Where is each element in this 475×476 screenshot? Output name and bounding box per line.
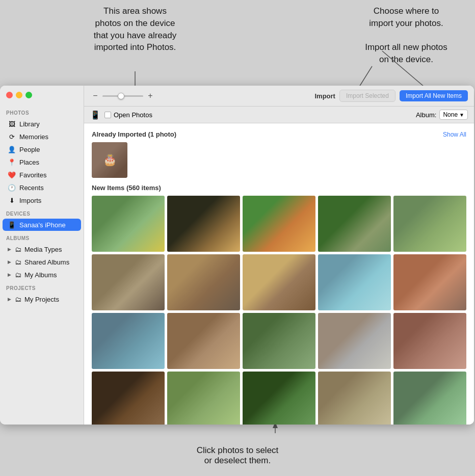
imports-icon: ⬇ <box>8 196 16 204</box>
photo-item[interactable] <box>393 254 466 310</box>
sidebar-item-places[interactable]: 📍 Places <box>3 156 81 168</box>
expander-arrow: ▶ <box>8 259 11 265</box>
section-label-albums: Albums <box>0 231 84 243</box>
photo-item[interactable] <box>243 313 315 369</box>
sidebar-item-memories[interactable]: ⟳ Memories <box>3 130 81 143</box>
already-imported-header: Already Imported (1 photo) Show All <box>92 130 466 138</box>
places-icon: 📍 <box>8 158 16 166</box>
sidebar-item-my-projects[interactable]: ▶ 🗂 My Projects <box>3 293 81 305</box>
photo-item[interactable] <box>243 372 315 425</box>
sidebar-item-recents[interactable]: 🕐 Recents <box>3 181 81 194</box>
annotation-select-photos: Click photos to select or deselect them. <box>197 445 279 466</box>
people-icon: 👤 <box>8 145 16 153</box>
already-imported-title: Already Imported (1 photo) <box>92 130 176 138</box>
new-items-title: New Items (560 items) <box>92 184 161 192</box>
open-photos-label: Open Photos <box>114 111 152 119</box>
close-button[interactable] <box>6 92 13 98</box>
photo-item[interactable] <box>318 313 391 369</box>
folder-icon: 🗂 <box>14 245 22 253</box>
maximize-button[interactable] <box>25 92 32 98</box>
photo-item[interactable] <box>167 196 240 252</box>
album-label: Album: <box>416 111 436 119</box>
photo-item[interactable] <box>92 254 165 310</box>
photo-item[interactable] <box>243 254 315 310</box>
album-selector: Album: None ▼ <box>416 110 468 120</box>
sidebar-item-media-types[interactable]: ▶ 🗂 Media Types <box>3 243 81 255</box>
show-all-link[interactable]: Show All <box>443 131 466 138</box>
photo-item[interactable] <box>167 372 240 425</box>
open-photos-option: Open Photos <box>104 111 152 119</box>
folder-icon: 🗂 <box>14 271 22 279</box>
recents-icon: 🕐 <box>8 183 16 192</box>
open-photos-checkbox[interactable] <box>104 112 111 118</box>
device-small-icon: 📱 <box>90 110 100 120</box>
sidebar-item-favorites[interactable]: ❤️ Favorites <box>3 169 81 181</box>
toolbar-right: Import Selected Import All New Items <box>339 90 468 102</box>
photo-item[interactable] <box>92 313 165 369</box>
app-window: Photos 🖼 Library ⟳ Memories 👤 People 📍 P… <box>0 86 474 425</box>
sidebar-item-my-albums[interactable]: ▶ 🗂 My Albums <box>3 269 81 281</box>
album-dropdown[interactable]: None ▼ <box>439 110 468 120</box>
photo-item[interactable] <box>393 313 466 369</box>
sidebar-item-label: My Projects <box>24 296 59 303</box>
album-value: None <box>443 111 458 118</box>
photo-item[interactable] <box>393 196 466 252</box>
window-controls <box>6 92 32 98</box>
annotation-import-instructions: Choose where to import your photos. Impo… <box>353 5 460 66</box>
sidebar-item-imports[interactable]: ⬇ Imports <box>3 194 81 206</box>
section-label-devices: Devices <box>0 207 84 218</box>
photo-item[interactable] <box>167 254 240 310</box>
sidebar-item-label: Recents <box>19 184 44 192</box>
sidebar-item-people[interactable]: 👤 People <box>3 143 81 155</box>
photo-item[interactable] <box>92 196 165 252</box>
sidebar-item-label-shared: Shared Albums <box>24 258 69 266</box>
sidebar-item-label: My Albums <box>24 271 57 279</box>
sidebar-item-label: Library <box>19 120 40 128</box>
sidebar-item-label: Imports <box>19 197 41 204</box>
import-selected-button[interactable]: Import Selected <box>339 90 395 102</box>
photo-area[interactable]: Already Imported (1 photo) Show All New … <box>84 123 474 425</box>
photo-item[interactable] <box>167 313 240 369</box>
already-imported-photo[interactable] <box>92 142 127 178</box>
sidebar-item-iphone[interactable]: 📱 Sanaa's iPhone <box>3 219 81 231</box>
folder-icon: 🗂 <box>14 295 22 303</box>
expander-arrow: ▶ <box>8 247 11 252</box>
sidebar-item-label: Favorites <box>19 171 46 179</box>
annotation-imported-photos: This area shows photos on the device tha… <box>79 5 191 54</box>
import-bar: 📱 Open Photos Album: None ▼ <box>84 107 474 123</box>
sidebar-item-label: Places <box>19 158 39 166</box>
photo-item[interactable] <box>393 372 466 425</box>
sidebar-item-label: Sanaa's iPhone <box>19 221 66 229</box>
photo-item[interactable] <box>318 254 391 310</box>
section-label-projects: Projects <box>0 281 84 293</box>
sidebar-item-label: Media Types <box>24 246 62 253</box>
sidebar-item-library[interactable]: 🖼 Library <box>3 118 81 130</box>
sidebar: Photos 🖼 Library ⟳ Memories 👤 People 📍 P… <box>0 86 84 425</box>
library-icon: 🖼 <box>8 120 16 128</box>
sidebar-item-shared-albums[interactable]: ▶ 🗂 This area shows photos on the device… <box>3 256 81 268</box>
photo-item[interactable] <box>92 372 165 425</box>
favorites-icon: ❤️ <box>8 171 16 179</box>
import-label: Import <box>314 92 335 100</box>
sidebar-item-label: People <box>19 146 40 153</box>
zoom-in-button[interactable]: + <box>145 91 155 101</box>
memories-icon: ⟳ <box>8 133 16 141</box>
expander-arrow: ▶ <box>8 272 11 277</box>
section-label-photos: Photos <box>0 106 84 117</box>
zoom-controls: − + <box>90 91 155 101</box>
zoom-out-button[interactable]: − <box>90 91 100 101</box>
expander-arrow: ▶ <box>8 297 11 302</box>
minimize-button[interactable] <box>16 92 22 98</box>
photo-item[interactable] <box>318 372 391 425</box>
svg-line-2 <box>382 51 427 89</box>
iphone-icon: 📱 <box>8 221 16 229</box>
photo-item[interactable] <box>318 196 391 252</box>
toolbar: − + Import Import Selected Import All Ne… <box>84 86 474 107</box>
import-all-button[interactable]: Import All New Items <box>400 90 468 101</box>
zoom-slider[interactable] <box>102 95 143 97</box>
new-items-header: New Items (560 items) <box>92 184 466 192</box>
folder-icon: 🗂 <box>14 258 22 266</box>
main-content: − + Import Import Selected Import All Ne… <box>84 86 474 425</box>
photo-item[interactable] <box>243 196 315 252</box>
dropdown-chevron-icon: ▼ <box>459 112 464 118</box>
